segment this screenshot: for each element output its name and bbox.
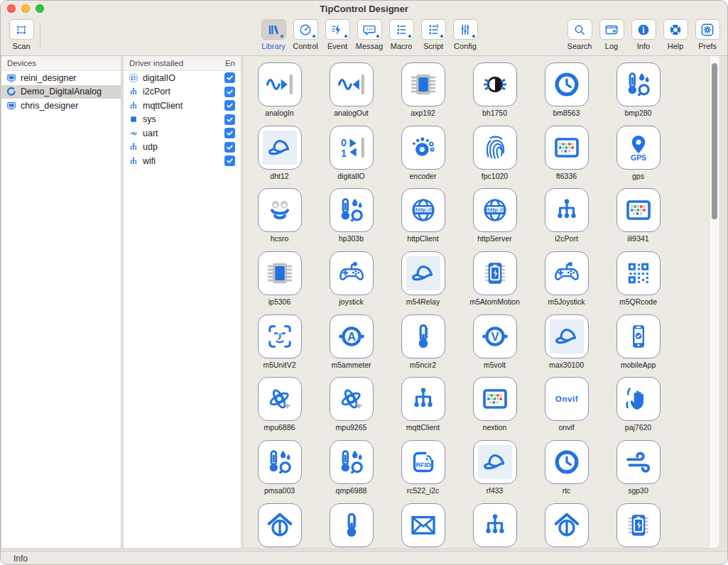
library-tile[interactable]: GPSgps [602,126,674,189]
library-tile[interactable]: axp192 [387,62,459,126]
driver-enabled-checkbox[interactable] [224,128,235,138]
toolbar-button-info[interactable]: Info [629,19,658,50]
library-tile[interactable]: ft6336 [531,126,602,189]
toolbar-button-prefs[interactable]: Prefs [692,19,722,50]
library-tile[interactable]: mqttClient [387,377,459,440]
driver-item[interactable]: udp [124,141,241,155]
driver-enabled-checkbox[interactable] [224,142,235,153]
toolbar-button-library[interactable]: Library [259,19,288,50]
library-tile[interactable]: bm8563 [531,62,602,126]
library-tile[interactable]: hcsro [244,188,315,251]
toolbar-button-script[interactable]: Script [418,19,448,50]
library-tile[interactable] [315,503,387,549]
toolbar-button-scan[interactable]: Scan [6,19,36,50]
library-tile[interactable]: RFIDrc522_i2c [387,440,459,503]
network-tree-icon [128,100,139,111]
library-tile[interactable]: ip5306 [244,251,315,314]
library-tile[interactable]: Onvifonvif [531,377,602,440]
library-tile[interactable]: ili9341 [602,188,674,251]
toolbar-button-macro[interactable]: Macro [386,19,416,50]
library-tile[interactable]: http://httpClient [387,188,459,251]
main-content: Devices reini_designerDemo_DigitalAnalog… [1,56,727,551]
library-tile[interactable] [602,503,674,549]
cap-icon [545,314,589,358]
driver-item[interactable]: sys [124,113,241,127]
thermo-humidity-icon [616,62,661,106]
library-tile[interactable]: rtc [531,440,602,503]
library-tile[interactable]: m5ncir2 [387,314,459,378]
library-tile[interactable]: pmsa003 [244,440,315,503]
driver-item[interactable]: digitalIO [124,71,241,85]
library-tile[interactable] [387,503,459,549]
library-tile[interactable]: rf433 [459,440,531,503]
library-tile[interactable]: m5Joystick [531,251,602,314]
library-tile[interactable]: max30100 [531,314,602,378]
driver-enabled-checkbox[interactable] [224,155,235,166]
driver-item[interactable]: mqttClient [124,99,241,113]
tile-label: bmp280 [625,109,652,117]
library-tile[interactable]: bmp280 [602,62,674,126]
library-tile[interactable]: m5UnitV2 [244,314,315,378]
device-item[interactable]: chris_designer [1,99,121,113]
library-tile[interactable]: hp303b [315,188,387,251]
toolbar-button-messag[interactable]: Messag [354,19,384,50]
digital-io-icon: 01 [330,126,374,170]
scrollbar-thumb[interactable] [712,63,717,219]
library-tile[interactable]: mobileApp [602,314,674,378]
library-tile[interactable]: i2cPort [531,188,602,251]
tile-label: pmsa003 [264,486,295,495]
devices-panel-header: Devices [1,56,121,71]
tile-label: rtc [563,486,571,495]
driver-enabled-checkbox[interactable] [224,114,235,125]
library-tile[interactable] [459,503,531,549]
driver-enabled-checkbox[interactable] [224,100,235,111]
library-tile[interactable]: mpu9265 [315,377,387,440]
toolbar-button-control[interactable]: Control [290,19,320,50]
toolbar-button-search[interactable]: Search [565,19,594,50]
toolbar-button-label: Info [637,42,650,50]
tile-label: max30100 [549,361,584,369]
library-tile[interactable]: m54Relay [387,251,459,314]
library-tile[interactable]: nextion [459,377,531,440]
library-tile[interactable]: fpc1020 [459,126,531,189]
gamepad-icon [545,251,589,295]
library-tile[interactable]: mpu6886 [244,377,315,440]
library-tile[interactable]: sgp30 [602,440,674,503]
driver-enabled-checkbox[interactable] [224,87,235,97]
library-tile[interactable]: 01digitalIO [315,126,387,189]
device-item[interactable]: Demo_DigitalAnalog [1,85,121,99]
toolbar-button-config[interactable]: Config [450,19,480,50]
library-tile[interactable]: m5QRcode [602,251,674,314]
device-item[interactable]: reini_designer [1,71,121,85]
tile-label: hp303b [339,234,364,243]
library-tile[interactable]: paj7620 [602,377,674,440]
driver-item[interactable]: i2cPort [124,85,241,99]
tile-label: analogIn [265,109,293,117]
library-tile[interactable] [531,503,602,549]
library-tile[interactable]: Am5ammeter [315,314,387,378]
toolbar-button-log[interactable]: Log [597,19,626,50]
library-tile[interactable]: m5AtomMotion [459,251,531,314]
tile-icon-frame [550,67,584,102]
library-tile[interactable] [244,503,315,549]
driver-item[interactable]: uart [124,126,241,141]
library-tile[interactable]: dht12 [244,126,315,189]
library-tile[interactable]: Vm5volt [459,314,531,378]
toolbar-button-event[interactable]: Event [322,19,352,50]
tile-icon-frame [335,445,369,479]
scrollbar-track[interactable] [709,56,719,548]
screen-grid-icon [473,377,517,421]
library-tile[interactable]: joystick [315,251,387,314]
library-tile[interactable]: analogOut [315,62,387,126]
library-tile[interactable]: qmp6988 [315,440,387,503]
driver-item[interactable]: wifi [124,154,241,168]
library-tile[interactable]: encoder [387,126,459,189]
event-icon [325,19,350,40]
library-tile[interactable]: bh1750 [459,62,531,126]
driver-enabled-checkbox[interactable] [224,72,235,83]
library-tile[interactable]: analogIn [244,62,315,126]
toolbar-button-help[interactable]: Help [661,19,690,50]
tile-icon-frame [335,256,369,290]
tile-icon-frame [335,67,369,102]
library-tile[interactable]: http://httpServer [459,188,531,251]
